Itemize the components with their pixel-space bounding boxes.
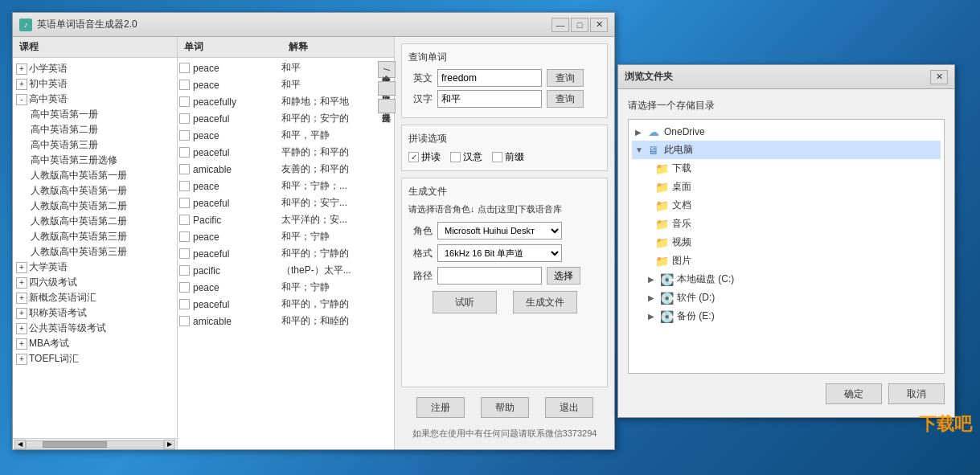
tree-item-music[interactable]: 📁 音乐: [632, 215, 941, 233]
word-row[interactable]: amicable 友善的；和平的: [179, 161, 392, 178]
tree-item-d-drive[interactable]: ▶ 💽 软件 (D:): [632, 289, 941, 307]
word-checkbox-2[interactable]: [179, 80, 190, 90]
word-checkbox-12[interactable]: [179, 248, 190, 259]
word-row[interactable]: peace 和平；宁静；...: [179, 178, 392, 195]
tree-item-onedrive[interactable]: ▶ ☁ OneDrive: [632, 123, 941, 141]
word-row[interactable]: peacefully 和静地；和平地: [179, 93, 392, 110]
tree-item-public[interactable]: + 公共英语等级考试: [16, 321, 174, 336]
word-checkbox-13[interactable]: [179, 265, 190, 276]
prefix-checkbox[interactable]: [492, 152, 502, 162]
tree-item-rj3a[interactable]: 人教版高中英语第三册: [16, 229, 174, 244]
file-browser-tree[interactable]: ▶ ☁ OneDrive ▼ 🖥 此电脑 📁 下载 📁 桌面 📁: [628, 119, 945, 374]
cancel-button[interactable]: 取消: [888, 383, 945, 404]
english-input[interactable]: [437, 69, 542, 87]
help-button[interactable]: 帮助: [481, 397, 529, 418]
chinese-input[interactable]: [437, 90, 542, 108]
generate-file-button[interactable]: 生成文件: [513, 291, 577, 313]
tree-item-middle[interactable]: + 初中英语: [16, 76, 174, 92]
word-checkbox-15[interactable]: [179, 299, 190, 309]
tree-item-pictures[interactable]: 📁 图片: [632, 252, 941, 270]
word-checkbox-3[interactable]: [179, 96, 190, 107]
word-row[interactable]: peace 和平；宁静: [179, 279, 392, 296]
expander-elementary[interactable]: +: [16, 63, 27, 75]
word-row[interactable]: peaceful 平静的；和平的: [179, 144, 392, 161]
expander-d-drive[interactable]: ▶: [648, 293, 658, 302]
tree-item-high2[interactable]: 高中英语第二册: [16, 122, 174, 137]
expander-title[interactable]: +: [16, 308, 27, 319]
scrollbar-thumb[interactable]: [43, 441, 107, 448]
minimize-button[interactable]: —: [552, 18, 569, 32]
course-tree[interactable]: + 小学英语 + 初中英语 - 高中英语 高中英语第一册 高中英语第二册: [13, 58, 177, 438]
select-all-button[interactable]: 全选/取消选择: [378, 61, 396, 78]
scroll-right-arrow[interactable]: ▶: [164, 440, 175, 449]
tree-item-title[interactable]: + 职称英语考试: [16, 305, 174, 321]
word-checkbox-16[interactable]: [179, 316, 190, 326]
word-checkbox-1[interactable]: [179, 63, 190, 73]
word-checkbox-8[interactable]: [179, 181, 190, 191]
horizontal-scrollbar[interactable]: [26, 440, 164, 448]
tree-item-rj1a[interactable]: 人教版高中英语第一册: [16, 168, 174, 183]
word-row[interactable]: Pacific 太平洋的；安...: [179, 211, 392, 228]
tree-item-high[interactable]: - 高中英语: [16, 92, 174, 107]
tree-item-c-drive[interactable]: ▶ 💽 本地磁盘 (C:): [632, 270, 941, 289]
expander-public[interactable]: +: [16, 323, 27, 334]
expander-concept[interactable]: +: [16, 293, 27, 304]
word-row[interactable]: peace 和平: [179, 76, 392, 93]
tree-item-high3[interactable]: 高中英语第三册: [16, 137, 174, 153]
tree-item-desktop[interactable]: 📁 桌面: [632, 178, 941, 196]
expander-high[interactable]: -: [16, 94, 27, 105]
word-checkbox-5[interactable]: [179, 130, 190, 141]
tree-item-college[interactable]: + 大学英语: [16, 260, 174, 275]
role-select[interactable]: Microsoft Huihui Deskт: [437, 222, 562, 240]
expander-cet[interactable]: +: [16, 277, 27, 289]
word-row[interactable]: peace 和平: [179, 59, 392, 76]
tree-item-high3x[interactable]: 高中英语第三册选修: [16, 153, 174, 168]
word-checkbox-9[interactable]: [179, 198, 190, 208]
confirm-button[interactable]: 确定: [826, 383, 882, 404]
word-row[interactable]: peaceful 和平的；安宁的: [179, 110, 392, 127]
exit-button[interactable]: 退出: [545, 397, 593, 418]
word-checkbox-7[interactable]: [179, 164, 190, 174]
tree-item-this-pc[interactable]: ▼ 🖥 此电脑: [632, 141, 941, 159]
word-row[interactable]: amicable 和平的；和睦的: [179, 313, 392, 330]
word-checkbox-4[interactable]: [179, 113, 190, 124]
word-row[interactable]: pacific （theP-）太平...: [179, 262, 392, 279]
word-row[interactable]: peaceful 和平的；安宁...: [179, 195, 392, 211]
pinyin-checkbox[interactable]: ✓: [408, 152, 419, 162]
tree-item-rj2a[interactable]: 人教版高中英语第二册: [16, 199, 174, 214]
word-row[interactable]: peace 和平，平静: [179, 127, 392, 144]
expander-toefl[interactable]: +: [16, 354, 27, 365]
select-path-button[interactable]: 选择: [547, 267, 580, 285]
chinese-query-button[interactable]: 查询: [547, 90, 584, 108]
register-button[interactable]: 注册: [416, 397, 465, 418]
word-row[interactable]: peaceful 和平的；宁静的: [179, 245, 392, 262]
expander-onedrive[interactable]: ▶: [635, 128, 645, 137]
expander-college[interactable]: +: [16, 262, 27, 273]
expander-e-drive[interactable]: ▶: [648, 312, 658, 321]
word-checkbox-14[interactable]: [179, 282, 190, 293]
word-row[interactable]: peaceful 和平的，宁静的: [179, 296, 392, 313]
tree-item-high1[interactable]: 高中英语第一册: [16, 107, 174, 122]
tree-item-e-drive[interactable]: ▶ 💽 备份 (E:): [632, 307, 941, 326]
word-checkbox-6[interactable]: [179, 147, 190, 158]
tree-item-concept[interactable]: + 新概念英语词汇: [16, 290, 174, 305]
tree-item-rj1b[interactable]: 人教版高中英语第一册: [16, 183, 174, 199]
tree-item-videos[interactable]: 📁 视频: [632, 233, 941, 252]
expander-this-pc[interactable]: ▼: [635, 145, 645, 154]
word-row[interactable]: peace 和平；宁静: [179, 228, 392, 245]
english-query-button[interactable]: 查询: [547, 69, 584, 87]
tree-item-toefl[interactable]: + TOEFL词汇: [16, 351, 174, 366]
format-select[interactable]: 16kHz 16 Bit 单声道: [437, 244, 562, 262]
tree-item-rj2b[interactable]: 人教版高中英语第二册: [16, 214, 174, 229]
word-checkbox-11[interactable]: [179, 231, 190, 242]
file-browser-close-button[interactable]: ✕: [930, 70, 948, 84]
expander-c-drive[interactable]: ▶: [648, 275, 658, 284]
expander-mba[interactable]: +: [16, 338, 27, 350]
deselect-button[interactable]: 取消选择: [378, 81, 396, 96]
prefix-checkbox-item[interactable]: 前缀: [492, 150, 524, 164]
word-checkbox-10[interactable]: [179, 215, 190, 225]
close-button[interactable]: ✕: [590, 18, 608, 32]
reverse-select-button[interactable]: 反向选择: [378, 99, 396, 113]
pinyin-checkbox-item[interactable]: ✓ 拼读: [408, 150, 441, 164]
tree-item-rj3b[interactable]: 人教版高中英语第三册: [16, 244, 174, 260]
